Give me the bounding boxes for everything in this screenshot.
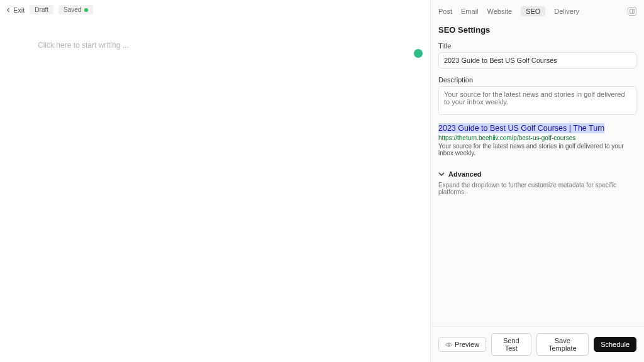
section-title: SEO Settings: [438, 25, 636, 35]
chevron-left-icon: [6, 8, 11, 13]
presence-avatar[interactable]: [414, 49, 423, 58]
chevron-down-icon: [438, 171, 445, 177]
seo-description-input[interactable]: [438, 86, 636, 115]
action-bar: Preview Send Test Save Template Schedule: [431, 326, 644, 362]
advanced-toggle[interactable]: Advanced: [438, 170, 636, 178]
tab-delivery[interactable]: Delivery: [554, 8, 579, 15]
preview-label: Preview: [455, 341, 479, 348]
svg-rect-0: [630, 9, 634, 13]
serp-title: 2023 Guide to Best US Golf Courses | The…: [438, 123, 604, 133]
tab-website[interactable]: Website: [487, 8, 513, 15]
eye-icon: [445, 341, 452, 348]
expand-icon: [630, 9, 635, 14]
status-saved-label: Saved: [64, 6, 81, 13]
expand-panel-button[interactable]: [628, 7, 636, 16]
save-template-button[interactable]: Save Template: [536, 333, 589, 356]
editor-topbar: Exit Draft Saved: [0, 0, 430, 19]
svg-point-2: [448, 344, 450, 346]
exit-link[interactable]: Exit: [6, 6, 25, 14]
editor-area: Exit Draft Saved Click here to start wri…: [0, 0, 430, 362]
title-label: Title: [438, 42, 636, 50]
tab-seo[interactable]: SEO: [521, 6, 545, 16]
field-group-description: Description: [438, 76, 636, 116]
preview-button[interactable]: Preview: [438, 337, 486, 352]
editor-placeholder: Click here to start writing ...: [38, 41, 392, 50]
saved-dot-icon: [84, 8, 88, 12]
side-panel: Post Email Website SEO Delivery SEO Sett…: [430, 0, 644, 362]
serp-url: https://theturn.beehiiv.com/p/best-us-go…: [438, 134, 636, 141]
exit-label: Exit: [13, 6, 25, 14]
panel-tabs: Post Email Website SEO Delivery: [431, 0, 644, 23]
status-saved-pill: Saved: [58, 5, 93, 14]
advanced-label: Advanced: [448, 170, 482, 178]
panel-body: SEO Settings Title Description 2023 Guid…: [431, 23, 644, 326]
serp-description: Your source for the latest news and stor…: [438, 143, 636, 156]
advanced-help-text: Expand the dropdown to further customize…: [438, 182, 636, 195]
field-group-title: Title: [438, 42, 636, 69]
send-test-button[interactable]: Send Test: [491, 333, 531, 356]
status-draft-pill: Draft: [30, 5, 53, 14]
seo-title-input[interactable]: [438, 52, 636, 69]
serp-preview: 2023 Guide to Best US Golf Courses | The…: [438, 124, 636, 156]
description-label: Description: [438, 76, 636, 84]
editor-body[interactable]: Click here to start writing ...: [0, 19, 430, 50]
tab-post[interactable]: Post: [438, 8, 452, 15]
schedule-button[interactable]: Schedule: [594, 337, 636, 352]
tab-email[interactable]: Email: [461, 8, 479, 15]
